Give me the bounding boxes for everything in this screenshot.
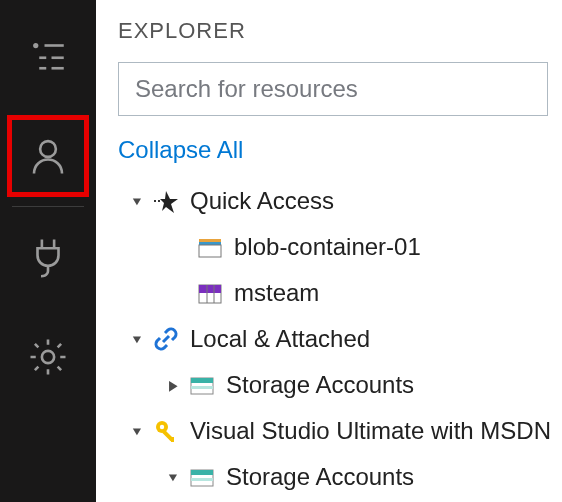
account-icon[interactable] [12,120,84,192]
svg-point-0 [33,43,38,48]
tree-label: Storage Accounts [226,463,414,491]
tree-label: Quick Access [190,187,334,215]
collapse-all-link[interactable]: Collapse All [118,136,562,164]
svg-rect-27 [191,470,213,475]
quick-access-icon [152,187,180,215]
storage-icon [188,463,216,491]
tree-label: Local & Attached [190,325,370,353]
expand-icon[interactable] [164,377,182,393]
activity-bar [0,0,96,502]
tree-label: blob-container-01 [234,233,421,261]
svg-point-6 [40,141,56,157]
resource-tree: Quick Access blob-container-01 msteam Lo… [118,178,562,500]
tree-node-msteam[interactable]: msteam [118,270,562,316]
tree-node-storage-accounts-2[interactable]: Storage Accounts [118,454,562,500]
storage-icon [188,371,216,399]
svg-rect-28 [191,478,213,481]
link-icon [152,325,180,353]
plug-icon[interactable] [12,221,84,293]
tree-node-storage-accounts-1[interactable]: Storage Accounts [118,362,562,408]
expand-icon[interactable] [164,469,182,485]
key-icon [152,417,180,445]
tree-node-subscription[interactable]: Visual Studio Ultimate with MSDN [118,408,562,454]
expand-icon[interactable] [128,193,146,209]
explorer-panel: EXPLORER Collapse All Quick Access blob-… [96,0,562,502]
tree-node-quick-access[interactable]: Quick Access [118,178,562,224]
svg-rect-14 [199,239,221,242]
tree-label: Visual Studio Ultimate with MSDN [190,417,551,445]
search-input[interactable] [118,62,548,116]
svg-rect-20 [191,378,213,383]
tree-node-local-attached[interactable]: Local & Attached [118,316,562,362]
tree-label: msteam [234,279,319,307]
tree-node-blob-container[interactable]: blob-container-01 [118,224,562,270]
explorer-icon[interactable] [12,20,84,92]
svg-point-9 [42,351,54,363]
settings-icon[interactable] [12,321,84,393]
panel-title: EXPLORER [118,18,562,44]
container-icon [196,233,224,261]
svg-point-23 [160,425,164,429]
expand-icon[interactable] [128,331,146,347]
svg-rect-16 [199,285,221,293]
svg-marker-11 [160,191,178,213]
table-icon [196,279,224,307]
tree-label: Storage Accounts [226,371,414,399]
sidebar-divider [12,206,84,207]
svg-rect-21 [191,386,213,389]
expand-icon[interactable] [128,423,146,439]
svg-rect-13 [199,245,221,257]
svg-rect-25 [171,437,174,442]
